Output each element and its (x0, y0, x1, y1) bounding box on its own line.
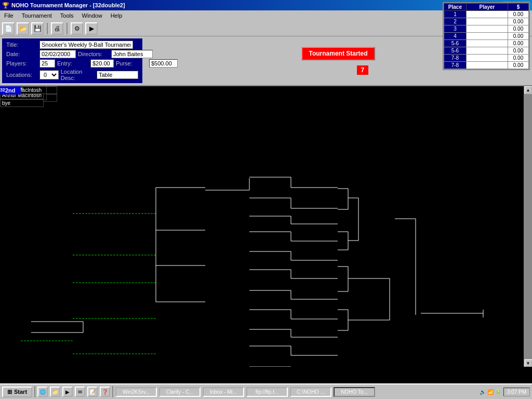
date-label: Date: (6, 51, 37, 57)
date-row: Date: Directors: (6, 50, 138, 58)
taskbar-separator (34, 386, 35, 397)
tournament-started-button[interactable]: Tournament Started (301, 47, 375, 60)
place-cell-7: 7-8 (444, 62, 466, 69)
menu-window[interactable]: Window (80, 12, 104, 19)
place-cell-1: 2 (444, 18, 466, 25)
players-label: Players: (6, 60, 37, 66)
amount-cell-0: 0.00 (508, 11, 529, 18)
entry-input[interactable] (90, 59, 114, 68)
window-title: NOHO Tournament Manager - [32double2] (11, 2, 125, 8)
player-cell-2 (467, 25, 508, 33)
player-cell-1 (467, 18, 508, 25)
scrollbar[interactable]: ▲ ▼ (524, 86, 532, 367)
place-cell-5: 5-6 (444, 47, 466, 55)
score-row-3: 4 0.00 (444, 33, 528, 40)
score-row-2: 3 0.00 (444, 25, 528, 33)
title-input[interactable] (39, 41, 133, 49)
score-row-6: 7-8 0.00 (444, 55, 528, 62)
taskbar-item-ftp[interactable]: ftp://ftp.t... (246, 387, 288, 397)
title-row: Title: (6, 41, 138, 49)
toolbar-sep1 (47, 23, 48, 34)
taskbar: ⊞ Start 🌐 📁 ▶ ✉ 📝 ❓ Win2KSrv... Clarify … (0, 383, 532, 399)
info-panel: Title: Date: Directors: Players: Entry: … (2, 38, 142, 83)
main-area: 1 Lisa Washington Carl Sagon 17 Carl Sag… (0, 86, 532, 367)
amount-cell-7: 0.00 (508, 62, 529, 69)
player-cell-7 (467, 62, 508, 69)
taskbar-right: 🔊 📶 🔋 3:07 PM (480, 388, 530, 396)
app-icon: 🏆 (2, 2, 9, 9)
locations-row: Locations: 0 Location Desc: (6, 69, 138, 81)
loc-desc-input[interactable] (97, 71, 138, 79)
outlook-icon[interactable]: ✉ (75, 387, 85, 397)
menu-tools[interactable]: Tools (58, 12, 76, 19)
place-cell-4: 5-6 (444, 40, 466, 47)
print-button[interactable]: 🖨 (51, 22, 63, 35)
taskbar-sep2 (112, 386, 113, 397)
entry-label: Entry: (57, 60, 88, 66)
toolbar-sep2 (66, 23, 68, 34)
playable-count: 7 (357, 65, 369, 75)
taskbar-item-clarify[interactable]: Clarify - C... (159, 387, 201, 397)
player-cell-3 (467, 33, 508, 40)
taskbar-item-noho-active[interactable]: NOHO To... (334, 387, 375, 397)
player-cell-6 (467, 55, 508, 62)
score-row-7: 7-8 0.00 (444, 62, 528, 69)
score-row-4: 5-6 0.00 (444, 40, 528, 47)
score-row-5: 5-6 0.00 (444, 47, 528, 55)
purse-label: Purse: (116, 60, 147, 66)
open-button[interactable]: 📂 (17, 22, 29, 35)
date-input[interactable] (39, 50, 76, 58)
systray-icons: 🔊 📶 🔋 (480, 389, 501, 395)
col-player: Player (467, 4, 508, 11)
menu-tournament[interactable]: Tournament (20, 12, 54, 19)
score-row-0: 1 0.00 (444, 11, 528, 18)
amount-cell-5: 0.00 (508, 47, 529, 55)
explorer-icon[interactable]: 📁 (50, 387, 60, 397)
scroll-up[interactable]: ▲ (525, 86, 532, 94)
amount-cell-6: 0.00 (508, 55, 529, 62)
save-button[interactable]: 💾 (31, 22, 44, 35)
director-label: Directors: (78, 51, 109, 57)
taskbar-item-win2k[interactable]: Win2KSrv... (115, 387, 157, 397)
players-input[interactable] (39, 59, 55, 68)
col-amount: $ (508, 4, 529, 11)
bye-7: bye (0, 99, 44, 107)
locations-select[interactable]: 0 (39, 70, 59, 79)
players-row: Players: Entry: Purse: (6, 59, 138, 68)
scores-table: Place Player $ 1 0.00 2 0.00 3 0.00 4 0.… (443, 2, 530, 70)
media-icon[interactable]: ▶ (62, 387, 73, 397)
scroll-down[interactable]: ▼ (525, 360, 532, 367)
place-cell-6: 7-8 (444, 55, 466, 62)
locations-label: Locations: (6, 72, 37, 78)
scroll-thumb[interactable] (524, 94, 532, 359)
help-icon[interactable]: ❓ (100, 387, 110, 397)
start-button[interactable]: ⊞ Start (2, 387, 32, 397)
forward-button[interactable]: ▶ (85, 22, 98, 35)
player-cell-4 (467, 40, 508, 47)
start-label: Start (14, 389, 27, 395)
amount-cell-1: 0.00 (508, 18, 529, 25)
playable-matches: Playable Matches: 7 (308, 65, 369, 75)
player-cell-0 (467, 11, 508, 18)
place-cell-3: 4 (444, 33, 466, 40)
menu-file[interactable]: File (2, 12, 16, 19)
menu-help[interactable]: Help (109, 12, 125, 19)
new-button[interactable]: 📄 (2, 22, 15, 35)
bracket-area: 1 Lisa Washington Carl Sagon 17 Carl Sag… (0, 86, 524, 367)
ie-icon[interactable]: 🌐 (37, 387, 48, 397)
bracket-svg (0, 86, 524, 367)
clock: 3:07 PM (503, 388, 530, 396)
taskbar-item-inbox[interactable]: Inbox - Mi... (203, 387, 244, 397)
taskbar-item-noho[interactable]: C:\NOHO ... (290, 387, 331, 397)
start-icon: ⊞ (7, 389, 12, 395)
loc-desc-label: Location Desc: (61, 69, 95, 81)
settings-button[interactable]: ⚙ (71, 22, 83, 35)
playable-label: Playable Matches: (308, 67, 355, 73)
r4-score2: 32 (0, 86, 5, 92)
amount-cell-3: 0.00 (508, 33, 529, 40)
notepad-icon[interactable]: 📝 (87, 387, 98, 397)
amount-cell-4: 0.00 (508, 40, 529, 47)
header-area: Title: Date: Directors: Players: Entry: … (0, 36, 532, 86)
place-cell-0: 1 (444, 11, 466, 18)
title-bar-left: 🏆 NOHO Tournament Manager - [32double2] (2, 2, 125, 9)
